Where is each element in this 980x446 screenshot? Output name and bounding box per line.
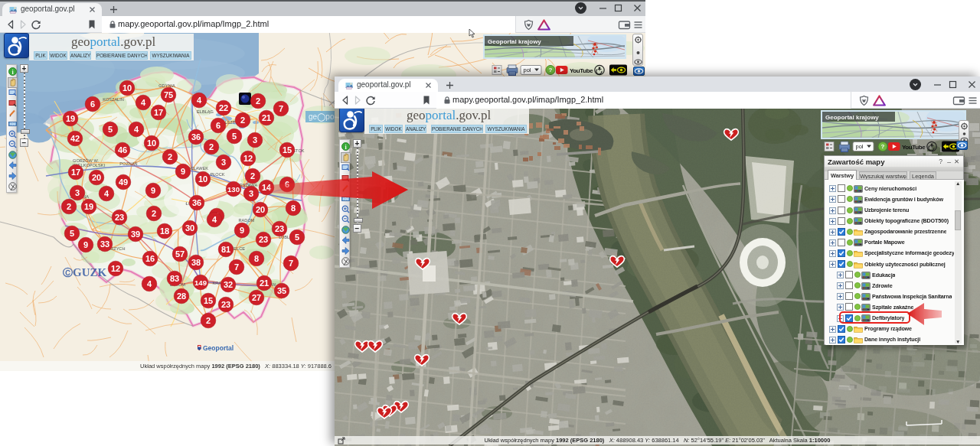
svg-text:Geoportal krajowy: Geoportal krajowy xyxy=(488,38,541,45)
svg-text:10: 10 xyxy=(122,83,132,93)
svg-text:49: 49 xyxy=(119,177,128,187)
svg-text:75: 75 xyxy=(164,90,173,99)
svg-text:9: 9 xyxy=(181,167,185,176)
svg-text:YouTube: YouTube xyxy=(570,67,593,74)
svg-text:7: 7 xyxy=(279,104,283,113)
svg-text:KM: KM xyxy=(10,122,15,126)
svg-text:20: 20 xyxy=(92,173,101,182)
svg-text:33: 33 xyxy=(100,239,109,249)
svg-text:19: 19 xyxy=(84,202,93,211)
svg-text:38: 38 xyxy=(191,258,201,267)
svg-text:2: 2 xyxy=(206,316,211,325)
svg-text:YouTube: YouTube xyxy=(902,144,926,151)
svg-text:ⒸGUZK: ⒸGUZK xyxy=(63,266,107,278)
svg-text:5: 5 xyxy=(70,229,74,238)
svg-text:36: 36 xyxy=(192,198,201,207)
svg-text:4: 4 xyxy=(212,215,217,224)
svg-text:?: ? xyxy=(549,67,553,73)
svg-text:35: 35 xyxy=(277,286,286,295)
svg-text:2: 2 xyxy=(168,152,172,161)
svg-text:2: 2 xyxy=(256,96,260,106)
svg-text:2: 2 xyxy=(152,209,156,218)
svg-text:130: 130 xyxy=(227,185,240,194)
svg-text:23: 23 xyxy=(275,224,284,233)
svg-text:28: 28 xyxy=(177,291,186,301)
svg-text:19: 19 xyxy=(66,114,75,123)
svg-text:9: 9 xyxy=(83,240,88,249)
svg-text:5: 5 xyxy=(108,125,113,134)
svg-text:3: 3 xyxy=(221,158,226,167)
svg-text:?: ? xyxy=(881,143,885,150)
svg-text:5: 5 xyxy=(295,233,299,242)
svg-text:7: 7 xyxy=(234,262,239,272)
svg-text:4: 4 xyxy=(104,189,109,198)
svg-text:4: 4 xyxy=(134,125,139,134)
svg-text:8: 8 xyxy=(254,254,259,263)
svg-text:81: 81 xyxy=(221,245,230,254)
svg-text:23: 23 xyxy=(221,300,230,309)
svg-text:23: 23 xyxy=(115,213,124,222)
svg-text:2: 2 xyxy=(250,171,255,181)
svg-text:Geoportal: Geoportal xyxy=(203,344,234,352)
svg-text:2: 2 xyxy=(209,142,214,151)
svg-text:149: 149 xyxy=(194,278,207,287)
svg-text:9: 9 xyxy=(151,186,155,195)
svg-text:3: 3 xyxy=(253,135,257,145)
svg-text:46: 46 xyxy=(118,145,127,155)
svg-text:3: 3 xyxy=(249,189,253,198)
svg-text:22: 22 xyxy=(219,103,228,112)
svg-text:PŁOCK: PŁOCK xyxy=(211,172,225,177)
svg-text:9: 9 xyxy=(240,226,244,235)
svg-text:pol: pol xyxy=(856,143,864,150)
svg-text:2: 2 xyxy=(67,202,71,211)
svg-text:5: 5 xyxy=(232,132,237,141)
svg-text:17: 17 xyxy=(154,108,163,117)
svg-text:2: 2 xyxy=(240,116,245,125)
svg-text:RADOM: RADOM xyxy=(239,218,255,223)
svg-text:15: 15 xyxy=(204,296,213,305)
svg-text:7: 7 xyxy=(289,259,293,268)
svg-text:ELBLĄG: ELBLĄG xyxy=(197,109,214,114)
svg-text:12: 12 xyxy=(243,154,253,163)
svg-text:57: 57 xyxy=(175,249,185,259)
svg-text:83: 83 xyxy=(170,274,179,283)
svg-text:6: 6 xyxy=(90,99,95,109)
svg-text:12: 12 xyxy=(111,264,120,273)
svg-text:6: 6 xyxy=(216,121,220,130)
svg-text:Geoportal krajowy: Geoportal krajowy xyxy=(825,114,879,121)
svg-text:15: 15 xyxy=(283,145,292,155)
svg-text:4: 4 xyxy=(197,96,202,105)
svg-text:42: 42 xyxy=(70,134,80,143)
svg-text:4: 4 xyxy=(141,98,146,107)
svg-text:21: 21 xyxy=(262,113,271,122)
svg-text:10: 10 xyxy=(198,174,207,184)
svg-text:30: 30 xyxy=(185,223,194,233)
svg-text:KOSZALIN: KOSZALIN xyxy=(103,97,124,102)
svg-text:18: 18 xyxy=(160,226,169,236)
svg-text:pol: pol xyxy=(524,67,531,73)
svg-text:10: 10 xyxy=(147,138,156,148)
svg-text:16: 16 xyxy=(145,254,155,263)
svg-text:3: 3 xyxy=(75,188,80,197)
svg-text:23: 23 xyxy=(259,235,268,244)
svg-text:39: 39 xyxy=(131,230,140,239)
svg-text:17: 17 xyxy=(71,168,80,177)
svg-text:4: 4 xyxy=(147,279,152,288)
svg-text:21: 21 xyxy=(260,278,269,288)
svg-text:27: 27 xyxy=(252,293,261,302)
svg-text:36: 36 xyxy=(191,132,201,142)
svg-text:32: 32 xyxy=(224,280,233,289)
svg-text:POZNAŃ: POZNAŃ xyxy=(119,161,137,166)
